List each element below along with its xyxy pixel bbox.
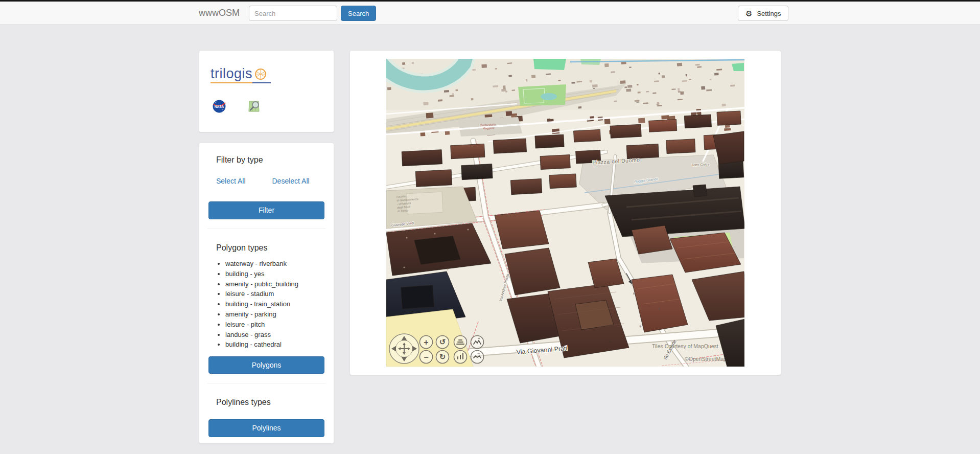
elevation-up-button[interactable] bbox=[471, 336, 484, 349]
polyline-types-title: Polylines types bbox=[216, 398, 324, 407]
divider bbox=[207, 383, 325, 383]
trilogis-logo: trilogis bbox=[211, 67, 271, 83]
list-item: amenity - public_building bbox=[225, 279, 324, 289]
svg-text:−: − bbox=[424, 353, 428, 361]
logo-panel: trilogis NASA bbox=[199, 50, 334, 132]
rotate-cw-button[interactable]: ↻ bbox=[436, 351, 449, 364]
list-item: leisure - stadium bbox=[225, 289, 324, 299]
filter-panel: Filter by type Select All Deselect All F… bbox=[199, 143, 334, 444]
oneway-arrow: → bbox=[606, 338, 612, 344]
list-item: building - yes bbox=[225, 269, 324, 279]
map-panel: Facoltà di Giurisprudenza - Università d… bbox=[349, 50, 781, 375]
polygon-types-list: waterway - riverbank building - yes amen… bbox=[216, 259, 324, 350]
polylines-button[interactable]: Polylines bbox=[208, 419, 324, 437]
list-item: building - train_station bbox=[225, 299, 324, 309]
list-item: building - cathedral bbox=[225, 339, 324, 350]
zoom-out-button[interactable]: − bbox=[420, 351, 433, 364]
search-button[interactable]: Search bbox=[341, 6, 376, 21]
list-item: amenity - parking bbox=[225, 309, 324, 320]
list-item: landuse - grass bbox=[225, 330, 324, 340]
polygons-button[interactable]: Polygons bbox=[208, 356, 324, 374]
map-canvas[interactable]: Facoltà di Giurisprudenza - Università d… bbox=[386, 59, 744, 367]
nasa-logo: NASA bbox=[213, 100, 226, 113]
openstreetmap-logo bbox=[247, 100, 261, 113]
elevation-down-button[interactable] bbox=[471, 351, 484, 364]
filter-button[interactable]: Filter bbox=[208, 201, 324, 219]
svg-text:+: + bbox=[424, 338, 428, 347]
trilogis-globe-icon bbox=[254, 67, 267, 81]
search-input[interactable] bbox=[249, 6, 337, 21]
list-item: waterway - riverbank bbox=[225, 259, 324, 269]
gear-icon: ⚙ bbox=[745, 10, 752, 17]
tilt-up-button[interactable] bbox=[454, 336, 467, 349]
divider bbox=[207, 229, 325, 229]
svg-text:NASA: NASA bbox=[215, 105, 224, 108]
attribution-line-2: ©OpenStreetMap bbox=[685, 356, 727, 362]
pan-control[interactable] bbox=[389, 334, 419, 364]
filter-title: Filter by type bbox=[216, 155, 324, 165]
santa-maria-label: Santa Maria Maggiore bbox=[480, 123, 497, 130]
svg-text:↺: ↺ bbox=[439, 337, 446, 346]
navbar: wwwOSM Search ⚙ Settings bbox=[0, 0, 980, 25]
settings-label: Settings bbox=[757, 10, 781, 17]
app-brand: wwwOSM bbox=[199, 2, 240, 25]
select-all-link[interactable]: Select All bbox=[216, 177, 246, 185]
zoom-in-button[interactable]: + bbox=[420, 336, 433, 349]
list-item: leisure - pitch bbox=[225, 320, 324, 330]
rotate-ccw-button[interactable]: ↺ bbox=[436, 336, 449, 349]
deselect-all-link[interactable]: Deselect All bbox=[272, 177, 309, 185]
settings-button[interactable]: ⚙ Settings bbox=[738, 6, 788, 21]
tilt-down-button[interactable] bbox=[454, 351, 467, 364]
trilogis-wordmark: trilogis bbox=[211, 67, 252, 81]
polygon-types-title: Polygon types bbox=[216, 243, 324, 253]
attribution-line-1: Tiles Courtesy of MapQuest bbox=[652, 343, 718, 349]
svg-text:↻: ↻ bbox=[439, 352, 446, 361]
